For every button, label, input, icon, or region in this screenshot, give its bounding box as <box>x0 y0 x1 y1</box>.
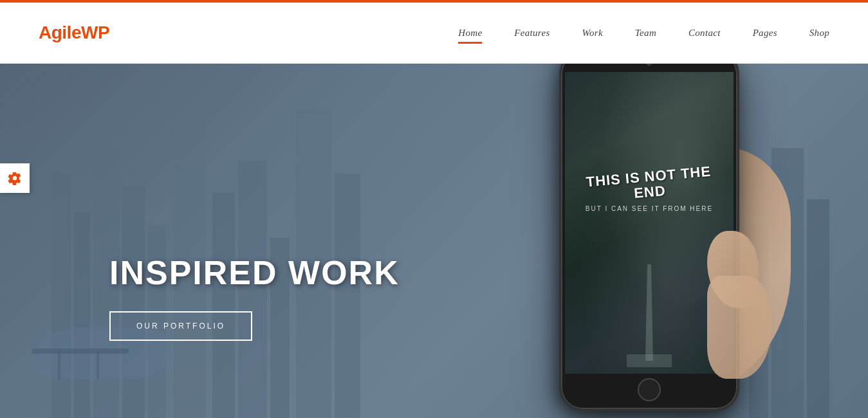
power-button <box>737 117 739 143</box>
volume-button-2 <box>559 136 561 156</box>
nav-item-team[interactable]: Team <box>635 27 656 39</box>
volume-button-1 <box>559 111 561 130</box>
nav-item-pages[interactable]: Pages <box>753 27 777 39</box>
screen-building-base <box>627 354 672 367</box>
site-header: AgileWP Home Features Work Team Contact … <box>0 3 868 64</box>
phone-screen-content: THIS IS NOT THE END BUT I CAN SEE IT FRO… <box>565 163 734 219</box>
portfolio-button[interactable]: OUR PORTFOLIO <box>109 311 252 341</box>
nav-item-home[interactable]: Home <box>458 27 482 39</box>
nav-link-shop[interactable]: Shop <box>809 28 829 42</box>
nav-item-contact[interactable]: Contact <box>688 27 721 39</box>
nav-link-pages[interactable]: Pages <box>753 28 777 42</box>
nav-link-work[interactable]: Work <box>582 28 603 42</box>
screen-building <box>640 264 659 361</box>
hero-title: INSPIRED WORK <box>109 253 400 292</box>
phone-mockup: THIS IS NOT THE END BUT I CAN SEE IT FRO… <box>559 64 739 411</box>
nav-link-home[interactable]: Home <box>458 28 482 44</box>
nav-item-work[interactable]: Work <box>582 27 603 39</box>
hero-section: INSPIRED WORK OUR PORTFOLIO <box>0 64 868 418</box>
logo-text-black: Agile <box>39 23 81 42</box>
phone-text-line2: BUT I CAN SEE IT FROM HERE <box>571 205 727 212</box>
nav-list: Home Features Work Team Contact Pages Sh… <box>458 27 829 39</box>
nav-item-features[interactable]: Features <box>514 27 549 39</box>
nav-link-contact[interactable]: Contact <box>688 28 721 42</box>
phone-home-button <box>638 378 661 401</box>
nav-link-features[interactable]: Features <box>514 28 549 42</box>
hand-front-fingers <box>707 276 771 379</box>
main-nav: Home Features Work Team Contact Pages Sh… <box>458 27 829 39</box>
nav-item-shop[interactable]: Shop <box>809 27 829 39</box>
logo-text-orange: WP <box>81 23 109 42</box>
settings-button[interactable] <box>0 163 30 193</box>
gear-icon <box>8 171 22 185</box>
hero-content: INSPIRED WORK OUR PORTFOLIO <box>109 253 400 341</box>
phone-camera <box>646 64 652 66</box>
phone-text-line1: THIS IS NOT THE END <box>570 162 728 206</box>
nav-link-team[interactable]: Team <box>635 28 656 42</box>
site-logo[interactable]: AgileWP <box>39 23 109 43</box>
